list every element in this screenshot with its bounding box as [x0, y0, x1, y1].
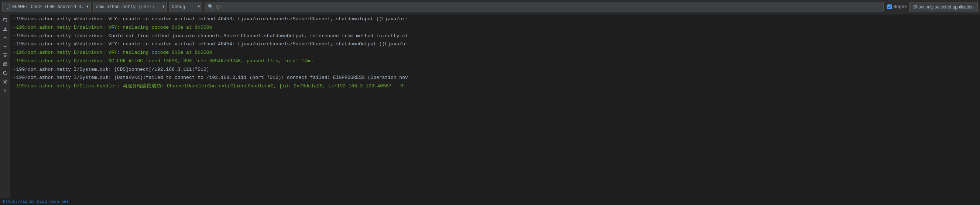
- export-icon[interactable]: [1, 25, 9, 33]
- log-line: ·196/com.azhon.netty W/dalvikvm: VFY: un…: [10, 40, 980, 49]
- log-line: ·196/com.azhon.netty D/dalvikvm: GC_FOR_…: [10, 57, 980, 66]
- log-line: ·196/com.azhon.netty D/dalvikvm: VFY: re…: [10, 24, 980, 32]
- svg-rect-4: [4, 55, 6, 56]
- log-line: ·196/com.azhon.netty W/dalvikvm: VFY: un…: [10, 15, 980, 24]
- filter-icon[interactable]: [1, 51, 9, 59]
- app-window: HUAWEI Che2-TL00 Android 4. ▼ com.azhon.…: [0, 0, 980, 205]
- svg-point-8: [5, 81, 6, 83]
- device-selector[interactable]: HUAWEI Che2-TL00 Android 4. ▼: [2, 2, 91, 12]
- side-icons: ›: [0, 14, 10, 198]
- toolbar: HUAWEI Che2-TL00 Android 4. ▼ com.azhon.…: [0, 0, 980, 14]
- level-selector[interactable]: Debug ▼: [169, 2, 202, 12]
- regex-label: Regex: [894, 5, 907, 9]
- device-icon: [5, 4, 10, 10]
- delete-icon[interactable]: [1, 16, 9, 24]
- svg-rect-5: [5, 57, 6, 57]
- more-icon[interactable]: ›: [1, 87, 9, 95]
- svg-rect-3: [3, 54, 7, 54]
- svg-rect-1: [4, 18, 6, 19]
- search-icon: 🔍: [208, 4, 213, 9]
- refresh-icon[interactable]: [1, 69, 9, 77]
- device-dropdown-arrow: ▼: [86, 5, 88, 9]
- search-box: 🔍: [205, 2, 883, 12]
- settings-icon[interactable]: [1, 78, 9, 86]
- device-label: HUAWEI Che2-TL00 Android 4.: [12, 5, 84, 9]
- app-label: com.azhon.netty (5967): [95, 5, 154, 9]
- show-only-button[interactable]: Show only selected application: [909, 2, 978, 12]
- level-label: Debug: [172, 5, 185, 9]
- print-icon[interactable]: [1, 60, 9, 68]
- svg-rect-7: [4, 65, 6, 65]
- log-line: ·196/com.azhon.netty I/dalvikvm: Could n…: [10, 32, 980, 41]
- log-container: ·196/com.azhon.netty W/dalvikvm: VFY: un…: [10, 14, 980, 198]
- app-selector[interactable]: com.azhon.netty (5967) ▼: [93, 2, 167, 12]
- search-input[interactable]: [216, 5, 880, 9]
- url-bar: https://azhon.blog.csdn.net: [0, 198, 980, 205]
- log-line: ·199/com.azhon.netty I/System.out: [CDS]…: [10, 66, 980, 74]
- app-dropdown-arrow: ▼: [162, 5, 164, 9]
- log-line: ·199/com.azhon.netty I/System.out: [Data…: [10, 74, 980, 82]
- level-dropdown-arrow: ▼: [197, 5, 200, 9]
- regex-checkbox-area: Regex: [887, 5, 907, 9]
- url-text: https://azhon.blog.csdn.net: [3, 199, 69, 204]
- scroll-down-icon[interactable]: [1, 43, 9, 50]
- log-line: ·196/com.azhon.netty D/dalvikvm: VFY: re…: [10, 49, 980, 57]
- svg-rect-2: [3, 30, 7, 31]
- regex-checkbox[interactable]: [887, 5, 892, 9]
- log-area-wrapper: › ·196/com.azhon.netty W/dalvikvm: VFY: …: [0, 14, 980, 198]
- scroll-up-icon[interactable]: [1, 33, 9, 42]
- log-line: ·199/com.azhon.netty D/ClientHandler: 与服…: [10, 82, 980, 91]
